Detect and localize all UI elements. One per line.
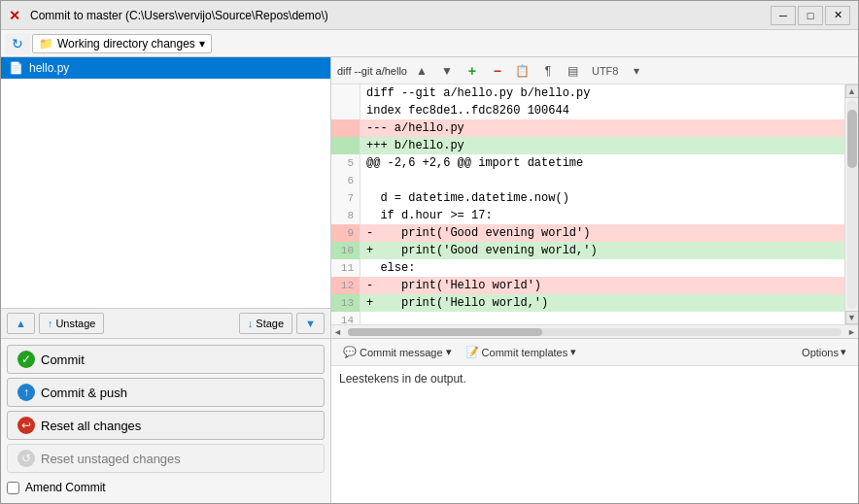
encoding-dropdown-button[interactable]: ▾	[626, 61, 647, 81]
line-number: 12	[331, 277, 361, 294]
refresh-button[interactable]: ↻	[5, 33, 30, 54]
close-button[interactable]: ✕	[825, 6, 850, 25]
commit-message-area: 💬 Commit message ▾ 📝 Commit templates ▾ …	[331, 339, 858, 503]
move-down-button[interactable]: ▼	[296, 313, 325, 334]
diff-right: diff --git a/hello.py b/hello.pyindex fe…	[331, 84, 858, 324]
diff-line: 5@@ -2,6 +2,6 @@ import datetime	[331, 154, 844, 172]
commit-templates-chevron: ▾	[570, 346, 576, 358]
commit-push-label: Commit & push	[41, 386, 127, 400]
scroll-left-arrow[interactable]: ◄	[331, 327, 344, 337]
commit-message-dropdown-button[interactable]: 💬 Commit message ▾	[337, 342, 458, 363]
scroll-up-button[interactable]: ▲	[845, 84, 859, 98]
h-scroll-thumb[interactable]	[348, 328, 542, 336]
format-icon-button[interactable]: 📋	[512, 61, 533, 81]
scroll-thumb[interactable]	[847, 110, 857, 168]
reset-unstaged-label: Reset unstaged changes	[41, 452, 181, 466]
file-icon: 📄	[9, 61, 23, 75]
app-icon: ✕	[9, 8, 24, 23]
diff-line: index fec8de1..fdc8260 100644	[331, 102, 844, 119]
line-content: --- a/hello.py	[361, 119, 844, 137]
line-content	[361, 312, 844, 324]
window-title: Commit to master (C:\Users\vervijo\Sourc…	[30, 9, 771, 22]
nav-prev-button[interactable]: ▲	[411, 61, 432, 81]
commit-push-icon: ↑	[17, 384, 35, 401]
line-number	[331, 84, 361, 102]
list-item[interactable]: 📄 hello.py	[1, 57, 330, 79]
line-number	[331, 102, 361, 119]
refresh-icon: ↻	[12, 36, 23, 51]
maximize-button[interactable]: □	[798, 6, 823, 25]
diff-line: +++ b/hello.py	[331, 137, 844, 154]
commit-templates-dropdown-button[interactable]: 📝 Commit templates ▾	[460, 342, 583, 363]
unstage-button[interactable]: ↑ Unstage	[39, 313, 104, 334]
line-content: + print('Good evening world,')	[361, 242, 844, 259]
stage-button[interactable]: ↓ Stage	[239, 313, 292, 334]
unstage-arrow-icon: ↑	[48, 318, 53, 329]
line-number: 11	[331, 259, 361, 277]
line-number: 6	[331, 172, 361, 189]
commit-check-icon: ✓	[17, 351, 35, 368]
nav-next-button[interactable]: ▼	[436, 61, 458, 81]
commit-button[interactable]: ✓ Commit	[7, 345, 325, 374]
scroll-down-button[interactable]: ▼	[845, 311, 859, 324]
working-dir-label: Working directory changes	[57, 37, 195, 50]
stage-arrow-icon: ↓	[248, 318, 254, 329]
chevron-down-icon: ▾	[199, 37, 205, 50]
bottom-panel: ✓ Commit ↑ Commit & push ↩ Reset all cha…	[1, 338, 858, 503]
diff-line: 10+ print('Good evening world,')	[331, 242, 844, 259]
commit-templates-btn-label: Commit templates	[482, 347, 568, 358]
diff-line: 6	[331, 172, 844, 189]
line-content: - print('Hello world')	[361, 277, 844, 294]
diff-line: 14	[331, 312, 844, 324]
commit-push-button[interactable]: ↑ Commit & push	[7, 378, 325, 407]
diff-line: 9- print('Good evening world')	[331, 224, 844, 242]
line-content: +++ b/hello.py	[361, 137, 844, 154]
folder-icon: 📁	[39, 37, 53, 50]
line-number: 9	[331, 224, 361, 242]
main-window: ✕ Commit to master (C:\Users\vervijo\Sou…	[0, 0, 859, 504]
file-list-area: 📄 hello.py	[1, 57, 330, 308]
file-name: hello.py	[29, 61, 69, 75]
paragraph-icon-button[interactable]: ¶	[537, 61, 559, 81]
amend-label: Amend Commit	[25, 481, 106, 494]
main-area: 📄 hello.py ▲ ↑ Unstage ↓ Stage	[1, 57, 858, 338]
diff-line: 11 else:	[331, 259, 844, 277]
options-button[interactable]: Options ▾	[796, 342, 852, 363]
line-content: + print('Hello world,')	[361, 294, 844, 312]
diff-filename-label: diff --git a/hello	[337, 65, 407, 77]
commit-templates-icon: 📝	[465, 346, 479, 358]
commit-message-btn-label: Commit message	[360, 347, 443, 358]
horizontal-scrollbar[interactable]: ◄ ►	[331, 324, 858, 338]
remove-icon-button[interactable]: −	[487, 61, 508, 81]
diff-line: 12- print('Hello world')	[331, 277, 844, 294]
stage-label: Stage	[256, 318, 284, 329]
add-icon-button[interactable]: +	[462, 61, 483, 81]
amend-checkbox[interactable]	[7, 482, 19, 494]
reset-all-icon: ↩	[17, 417, 35, 434]
reset-all-button[interactable]: ↩ Reset all changes	[7, 411, 325, 440]
line-number: 5	[331, 154, 361, 172]
options-label: Options	[802, 347, 839, 358]
commit-message-input[interactable]	[331, 366, 858, 503]
diff-content[interactable]: diff --git a/hello.py b/hello.pyindex fe…	[331, 84, 844, 324]
minimize-button[interactable]: ─	[771, 6, 796, 25]
diff-panel: diff --git a/hello ▲ ▼ + − 📋 ¶ ▤ UTF8 ▾ …	[331, 57, 858, 338]
window-controls: ─ □ ✕	[771, 6, 850, 25]
stage-toolbar: ▲ ↑ Unstage ↓ Stage ▼	[1, 308, 330, 338]
vertical-scrollbar[interactable]: ▲ ▼	[844, 84, 858, 324]
move-up-button[interactable]: ▲	[7, 313, 35, 334]
line-number: 13	[331, 294, 361, 312]
line-number	[331, 137, 361, 154]
line-content: index fec8de1..fdc8260 100644	[361, 102, 844, 119]
commit-msg-toolbar: 💬 Commit message ▾ 📝 Commit templates ▾ …	[331, 339, 858, 366]
diff-line: diff --git a/hello.py b/hello.py	[331, 84, 844, 102]
down-arrow-icon: ▼	[305, 318, 316, 329]
diff-line: 7 d = datetime.datetime.now()	[331, 189, 844, 207]
h-scroll-track	[348, 328, 842, 336]
layout-icon-button[interactable]: ▤	[563, 61, 584, 81]
scroll-right-arrow[interactable]: ►	[845, 327, 858, 337]
file-list: 📄 hello.py	[1, 57, 330, 79]
reset-unstaged-button[interactable]: ↺ Reset unstaged changes	[7, 444, 325, 473]
working-directory-button[interactable]: 📁 Working directory changes ▾	[32, 34, 212, 53]
line-content: d = datetime.datetime.now()	[361, 189, 844, 207]
